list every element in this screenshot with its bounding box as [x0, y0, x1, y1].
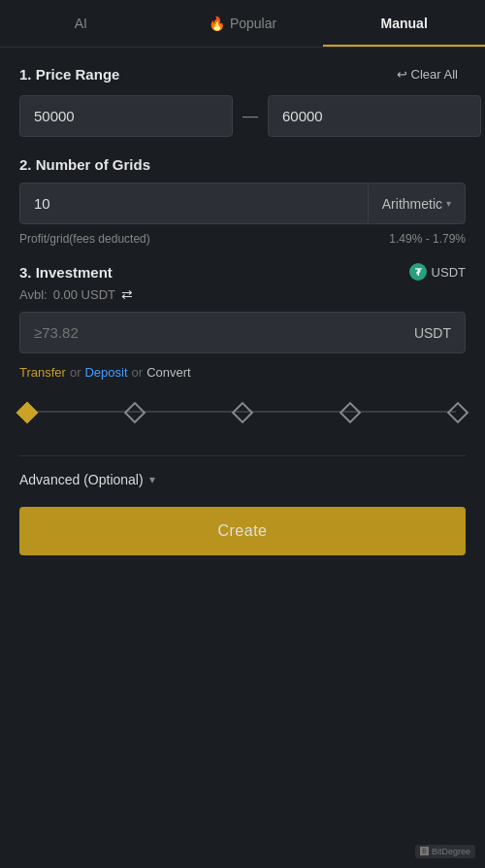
slider-dot-1[interactable]: [124, 402, 146, 424]
clear-all-icon: ↩: [397, 67, 407, 82]
tab-bar: AI 🔥 Popular Manual: [0, 0, 485, 48]
usdt-badge: ₮ USDT: [409, 263, 466, 281]
price-max-input[interactable]: [268, 95, 481, 137]
advanced-section[interactable]: Advanced (Optional) ▾: [19, 472, 466, 487]
profit-value: 1.49% - 1.79%: [389, 232, 466, 246]
tab-popular[interactable]: 🔥 Popular: [162, 0, 324, 47]
grids-type-label: Arithmetic: [382, 196, 442, 212]
investment-header: 3. Investment ₮ USDT: [19, 263, 466, 281]
tab-ai[interactable]: AI: [0, 0, 162, 47]
fire-icon: 🔥: [209, 16, 225, 31]
price-range-row: —: [19, 95, 466, 137]
profit-label: Profit/grid(fees deducted): [19, 232, 150, 246]
divider: [19, 455, 466, 456]
clear-all-label: Clear All: [411, 67, 458, 82]
investment-input-wrap: USDT: [19, 312, 466, 353]
slider-dot-4[interactable]: [447, 402, 469, 424]
tab-ai-label: AI: [75, 16, 87, 31]
usdt-icon: ₮: [409, 263, 427, 281]
links-row: Transfer or Deposit or Convert: [19, 365, 466, 380]
usdt-label: USDT: [432, 265, 466, 280]
slider-dot-3[interactable]: [340, 402, 362, 424]
grids-input[interactable]: [20, 184, 368, 223]
clear-all-button[interactable]: ↩ Clear All: [389, 63, 466, 85]
grids-type-selector[interactable]: Arithmetic ▾: [368, 184, 465, 223]
bitdegree-text: 🅱: [420, 847, 429, 856]
transfer-arrows-icon[interactable]: ⇄: [121, 286, 133, 302]
create-button-label: Create: [217, 522, 267, 539]
create-button[interactable]: Create: [19, 507, 466, 555]
tab-popular-label: Popular: [230, 16, 276, 31]
slider-dots: [19, 405, 466, 420]
slider-dot-2[interactable]: [232, 402, 254, 424]
watermark-label: 🅱 BitDegree: [415, 845, 475, 858]
avbl-label: Avbl:: [19, 287, 48, 302]
range-dash: —: [242, 108, 258, 125]
or-sep-2: or: [132, 365, 144, 380]
avbl-row: Avbl: 0.00 USDT ⇄: [19, 286, 466, 302]
or-sep-1: or: [70, 365, 81, 380]
advanced-label: Advanced (Optional): [19, 472, 144, 487]
investment-suffix: USDT: [414, 325, 451, 341]
price-range-header: 1. Price Range ↩ Clear All: [19, 63, 466, 85]
investment-slider[interactable]: [19, 403, 466, 436]
main-content: 1. Price Range ↩ Clear All — 2. Number o…: [0, 48, 485, 571]
grids-header: 2. Number of Grids: [19, 156, 466, 173]
investment-input[interactable]: [20, 313, 465, 352]
tab-manual-label: Manual: [381, 16, 428, 31]
grids-row: Arithmetic ▾: [19, 183, 466, 224]
chevron-down-icon: ▾: [149, 473, 155, 486]
slider-dot-0[interactable]: [16, 402, 39, 424]
grids-title: 2. Number of Grids: [19, 156, 150, 173]
tab-manual[interactable]: Manual: [323, 0, 485, 47]
convert-link[interactable]: Convert: [146, 365, 191, 380]
watermark: 🅱 BitDegree: [415, 845, 475, 858]
transfer-link[interactable]: Transfer: [19, 365, 66, 380]
deposit-link[interactable]: Deposit: [84, 365, 127, 380]
price-min-input[interactable]: [19, 95, 233, 137]
dropdown-arrow-icon: ▾: [446, 198, 451, 209]
profit-row: Profit/grid(fees deducted) 1.49% - 1.79%: [19, 232, 466, 246]
investment-title: 3. Investment: [19, 264, 113, 281]
avbl-value: 0.00 USDT: [53, 287, 115, 302]
price-range-title: 1. Price Range: [19, 66, 119, 83]
